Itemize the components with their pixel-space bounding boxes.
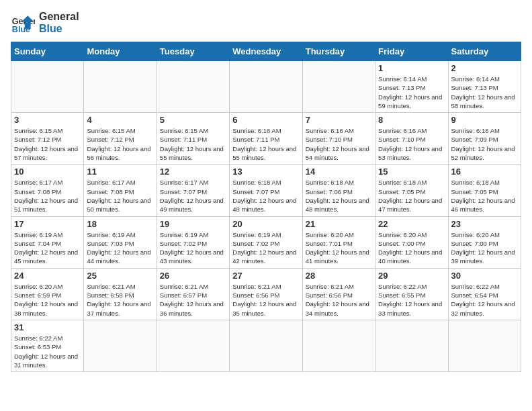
calendar-cell: 20Sunrise: 6:19 AM Sunset: 7:02 PM Dayli…	[230, 216, 302, 268]
day-info: Sunrise: 6:20 AM Sunset: 6:59 PM Dayligh…	[14, 282, 81, 318]
day-number: 3	[14, 115, 81, 125]
calendar-cell: 9Sunrise: 6:16 AM Sunset: 7:09 PM Daylig…	[448, 113, 521, 165]
day-info: Sunrise: 6:18 AM Sunset: 7:06 PM Dayligh…	[306, 178, 372, 214]
calendar-cell	[230, 61, 302, 113]
calendar-cell: 8Sunrise: 6:16 AM Sunset: 7:10 PM Daylig…	[375, 113, 448, 165]
calendar-cell: 12Sunrise: 6:17 AM Sunset: 7:07 PM Dayli…	[157, 165, 229, 216]
day-info: Sunrise: 6:16 AM Sunset: 7:09 PM Dayligh…	[451, 126, 518, 162]
logo-icon: General Blue	[11, 11, 35, 35]
day-number: 28	[306, 271, 372, 281]
calendar-table: SundayMondayTuesdayWednesdayThursdayFrid…	[11, 42, 521, 372]
day-number: 4	[87, 115, 153, 125]
day-number: 30	[451, 271, 518, 281]
day-info: Sunrise: 6:20 AM Sunset: 7:00 PM Dayligh…	[451, 230, 518, 266]
day-number: 5	[160, 115, 226, 125]
calendar-cell: 25Sunrise: 6:21 AM Sunset: 6:58 PM Dayli…	[84, 268, 157, 320]
calendar-cell: 10Sunrise: 6:17 AM Sunset: 7:08 PM Dayli…	[11, 165, 84, 216]
calendar-cell	[302, 61, 375, 113]
day-number: 31	[14, 322, 81, 332]
calendar-cell: 28Sunrise: 6:21 AM Sunset: 6:56 PM Dayli…	[302, 268, 375, 320]
calendar-cell: 22Sunrise: 6:20 AM Sunset: 7:00 PM Dayli…	[375, 216, 448, 268]
calendar-cell: 17Sunrise: 6:19 AM Sunset: 7:04 PM Dayli…	[11, 216, 84, 268]
day-info: Sunrise: 6:16 AM Sunset: 7:11 PM Dayligh…	[232, 126, 299, 162]
day-number: 25	[87, 271, 153, 281]
day-number: 29	[378, 271, 445, 281]
day-info: Sunrise: 6:22 AM Sunset: 6:55 PM Dayligh…	[378, 282, 445, 318]
calendar-cell: 5Sunrise: 6:15 AM Sunset: 7:11 PM Daylig…	[157, 113, 229, 165]
day-number: 2	[451, 63, 518, 73]
calendar-cell: 14Sunrise: 6:18 AM Sunset: 7:06 PM Dayli…	[302, 165, 375, 216]
day-number: 15	[378, 167, 445, 177]
day-number: 16	[451, 167, 518, 177]
calendar-cell: 11Sunrise: 6:17 AM Sunset: 7:08 PM Dayli…	[84, 165, 157, 216]
day-info: Sunrise: 6:14 AM Sunset: 7:13 PM Dayligh…	[378, 75, 445, 110]
calendar-cell	[84, 61, 157, 113]
day-info: Sunrise: 6:18 AM Sunset: 7:05 PM Dayligh…	[451, 178, 518, 214]
calendar-week-row: 17Sunrise: 6:19 AM Sunset: 7:04 PM Dayli…	[11, 216, 521, 268]
day-info: Sunrise: 6:14 AM Sunset: 7:13 PM Dayligh…	[451, 75, 518, 110]
calendar-week-row: 24Sunrise: 6:20 AM Sunset: 6:59 PM Dayli…	[11, 268, 521, 320]
day-info: Sunrise: 6:16 AM Sunset: 7:10 PM Dayligh…	[306, 126, 372, 162]
day-info: Sunrise: 6:21 AM Sunset: 6:56 PM Dayligh…	[306, 282, 372, 318]
calendar-cell: 2Sunrise: 6:14 AM Sunset: 7:13 PM Daylig…	[448, 61, 521, 113]
day-number: 13	[232, 167, 299, 177]
logo-general-text: General	[39, 11, 79, 23]
day-number: 27	[232, 271, 299, 281]
day-number: 19	[160, 219, 226, 229]
col-header-friday: Friday	[375, 42, 448, 61]
day-info: Sunrise: 6:17 AM Sunset: 7:07 PM Dayligh…	[160, 178, 226, 214]
day-info: Sunrise: 6:22 AM Sunset: 6:54 PM Dayligh…	[451, 282, 518, 318]
day-number: 21	[306, 219, 372, 229]
day-number: 8	[378, 115, 445, 125]
calendar-cell: 29Sunrise: 6:22 AM Sunset: 6:55 PM Dayli…	[375, 268, 448, 320]
day-info: Sunrise: 6:20 AM Sunset: 7:00 PM Dayligh…	[378, 230, 445, 266]
calendar-cell: 4Sunrise: 6:15 AM Sunset: 7:12 PM Daylig…	[84, 113, 157, 165]
day-info: Sunrise: 6:19 AM Sunset: 7:03 PM Dayligh…	[87, 230, 153, 266]
calendar-cell	[157, 61, 229, 113]
day-number: 11	[87, 167, 153, 177]
day-number: 24	[14, 271, 81, 281]
calendar-cell	[157, 320, 229, 371]
calendar-cell	[84, 320, 157, 371]
logo: General Blue General Blue	[11, 11, 79, 35]
day-number: 10	[14, 167, 81, 177]
day-info: Sunrise: 6:19 AM Sunset: 7:04 PM Dayligh…	[14, 230, 81, 266]
day-number: 18	[87, 219, 153, 229]
calendar-cell: 19Sunrise: 6:19 AM Sunset: 7:02 PM Dayli…	[157, 216, 229, 268]
day-info: Sunrise: 6:22 AM Sunset: 6:53 PM Dayligh…	[14, 334, 81, 369]
calendar-cell	[230, 320, 302, 371]
calendar-cell: 15Sunrise: 6:18 AM Sunset: 7:05 PM Dayli…	[375, 165, 448, 216]
calendar-cell	[302, 320, 375, 371]
calendar-cell: 26Sunrise: 6:21 AM Sunset: 6:57 PM Dayli…	[157, 268, 229, 320]
day-info: Sunrise: 6:18 AM Sunset: 7:07 PM Dayligh…	[232, 178, 299, 214]
day-number: 7	[306, 115, 372, 125]
day-info: Sunrise: 6:15 AM Sunset: 7:12 PM Dayligh…	[87, 126, 153, 162]
calendar-cell: 31Sunrise: 6:22 AM Sunset: 6:53 PM Dayli…	[11, 320, 84, 371]
calendar-cell: 30Sunrise: 6:22 AM Sunset: 6:54 PM Dayli…	[448, 268, 521, 320]
logo-blue-text: Blue	[39, 23, 79, 35]
day-number: 23	[451, 219, 518, 229]
calendar-week-row: 1Sunrise: 6:14 AM Sunset: 7:13 PM Daylig…	[11, 61, 521, 113]
day-info: Sunrise: 6:17 AM Sunset: 7:08 PM Dayligh…	[87, 178, 153, 214]
day-info: Sunrise: 6:17 AM Sunset: 7:08 PM Dayligh…	[14, 178, 81, 214]
calendar-week-row: 3Sunrise: 6:15 AM Sunset: 7:12 PM Daylig…	[11, 113, 521, 165]
calendar-cell: 23Sunrise: 6:20 AM Sunset: 7:00 PM Dayli…	[448, 216, 521, 268]
day-number: 14	[306, 167, 372, 177]
day-number: 17	[14, 219, 81, 229]
col-header-monday: Monday	[84, 42, 157, 61]
day-number: 9	[451, 115, 518, 125]
page-header: General Blue General Blue	[11, 11, 521, 35]
calendar-cell	[375, 320, 448, 371]
day-info: Sunrise: 6:21 AM Sunset: 6:57 PM Dayligh…	[160, 282, 226, 318]
day-info: Sunrise: 6:19 AM Sunset: 7:02 PM Dayligh…	[232, 230, 299, 266]
calendar-week-row: 31Sunrise: 6:22 AM Sunset: 6:53 PM Dayli…	[11, 320, 521, 371]
calendar-cell: 24Sunrise: 6:20 AM Sunset: 6:59 PM Dayli…	[11, 268, 84, 320]
day-info: Sunrise: 6:21 AM Sunset: 6:58 PM Dayligh…	[87, 282, 153, 318]
col-header-sunday: Sunday	[11, 42, 84, 61]
day-info: Sunrise: 6:19 AM Sunset: 7:02 PM Dayligh…	[160, 230, 226, 266]
calendar-cell: 18Sunrise: 6:19 AM Sunset: 7:03 PM Dayli…	[84, 216, 157, 268]
day-info: Sunrise: 6:15 AM Sunset: 7:12 PM Dayligh…	[14, 126, 81, 162]
day-number: 1	[378, 63, 445, 73]
calendar-cell: 16Sunrise: 6:18 AM Sunset: 7:05 PM Dayli…	[448, 165, 521, 216]
day-info: Sunrise: 6:15 AM Sunset: 7:11 PM Dayligh…	[160, 126, 226, 162]
